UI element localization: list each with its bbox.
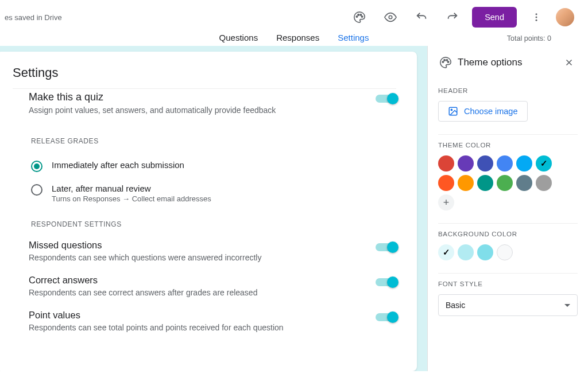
svg-point-0 bbox=[356, 16, 357, 17]
correct-toggle[interactable] bbox=[376, 278, 396, 286]
quiz-title: Make this a quiz bbox=[29, 91, 376, 103]
theme-color-swatch[interactable] bbox=[477, 175, 493, 191]
svg-point-3 bbox=[362, 16, 363, 17]
missed-desc: Respondents can see which questions were… bbox=[29, 253, 376, 262]
svg-point-9 bbox=[444, 60, 445, 61]
theme-color-swatch[interactable] bbox=[536, 155, 552, 172]
svg-point-10 bbox=[446, 60, 447, 61]
bg-color-swatches bbox=[438, 244, 570, 260]
undo-icon bbox=[415, 11, 428, 24]
preview-button[interactable] bbox=[379, 6, 402, 29]
theme-color-swatch[interactable] bbox=[516, 175, 532, 191]
tab-bar: Questions Responses Settings Total point… bbox=[0, 34, 588, 46]
font-value: Basic bbox=[446, 301, 465, 310]
palette-icon bbox=[439, 56, 452, 69]
total-points-label: Total points: 0 bbox=[507, 34, 551, 42]
settings-title: Settings bbox=[13, 65, 396, 89]
bg-color-swatch[interactable] bbox=[438, 244, 454, 260]
choose-image-label: Choose image bbox=[464, 107, 518, 116]
theme-color-swatch[interactable] bbox=[438, 155, 454, 172]
svg-point-5 bbox=[536, 13, 537, 15]
theme-color-label: THEME COLOR bbox=[438, 142, 578, 149]
quiz-desc: Assign point values, set answers, and au… bbox=[29, 106, 376, 115]
eye-icon bbox=[384, 11, 397, 24]
bg-color-label: BACKGROUND COLOR bbox=[438, 231, 578, 237]
radio-icon bbox=[31, 184, 42, 196]
redo-button[interactable] bbox=[441, 6, 464, 29]
svg-point-4 bbox=[389, 15, 392, 19]
theme-title: Theme options bbox=[458, 57, 556, 68]
svg-point-1 bbox=[358, 14, 359, 15]
bg-color-swatch[interactable] bbox=[497, 244, 513, 260]
close-icon bbox=[564, 57, 574, 68]
user-avatar[interactable] bbox=[556, 8, 574, 26]
radio-icon bbox=[31, 161, 42, 172]
missed-toggle[interactable] bbox=[376, 243, 396, 251]
svg-point-6 bbox=[536, 17, 537, 18]
theme-color-swatch[interactable] bbox=[497, 175, 513, 191]
missed-title: Missed questions bbox=[29, 240, 376, 251]
customize-theme-button[interactable] bbox=[348, 6, 371, 29]
points-desc: Respondents can see total points and poi… bbox=[29, 323, 376, 332]
tab-responses[interactable]: Responses bbox=[275, 29, 320, 48]
undo-button[interactable] bbox=[410, 6, 433, 29]
choose-image-button[interactable]: Choose image bbox=[438, 101, 528, 122]
theme-color-swatch[interactable] bbox=[438, 175, 454, 191]
settings-card: Settings Make this a quiz Assign point v… bbox=[0, 52, 417, 371]
theme-color-swatches: + bbox=[438, 155, 570, 211]
redo-icon bbox=[446, 11, 459, 24]
tab-settings[interactable]: Settings bbox=[336, 29, 370, 48]
theme-color-swatch[interactable] bbox=[458, 155, 474, 172]
theme-color-swatch[interactable] bbox=[477, 155, 493, 172]
close-theme-button[interactable] bbox=[562, 55, 577, 70]
font-style-label: FONT STYLE bbox=[438, 280, 578, 287]
save-status-text: es saved in Drive bbox=[5, 13, 62, 22]
font-select[interactable]: Basic bbox=[438, 294, 578, 316]
radio-later[interactable]: Later, after manual review Turns on Resp… bbox=[31, 178, 396, 209]
theme-color-swatch[interactable] bbox=[497, 155, 513, 172]
more-vert-icon bbox=[531, 12, 541, 22]
palette-icon bbox=[353, 11, 366, 24]
radio-immediately[interactable]: Immediately after each submission bbox=[31, 154, 396, 178]
theme-color-swatch[interactable] bbox=[516, 155, 532, 172]
quiz-toggle[interactable] bbox=[376, 95, 396, 103]
svg-point-2 bbox=[360, 14, 361, 15]
image-icon bbox=[448, 106, 458, 116]
bg-color-swatch[interactable] bbox=[458, 244, 474, 260]
release-grades-label: RELEASE GRADES bbox=[13, 126, 396, 154]
respondent-settings-label: RESPONDENT SETTINGS bbox=[13, 209, 396, 237]
chevron-down-icon bbox=[564, 304, 570, 307]
radio-sub-later: Turns on Responses → Collect email addre… bbox=[52, 194, 211, 203]
add-theme-color[interactable]: + bbox=[438, 194, 454, 211]
svg-point-7 bbox=[536, 20, 537, 21]
correct-title: Correct answers bbox=[29, 275, 376, 286]
svg-point-13 bbox=[451, 109, 452, 110]
radio-label-immediately: Immediately after each submission bbox=[52, 160, 184, 170]
bg-color-swatch[interactable] bbox=[477, 244, 493, 260]
svg-point-11 bbox=[447, 61, 448, 63]
theme-panel: Theme options HEADER Choose image THEME … bbox=[427, 46, 588, 371]
send-button[interactable]: Send bbox=[472, 7, 517, 28]
radio-label-later: Later, after manual review bbox=[52, 184, 211, 193]
header-section-label: HEADER bbox=[438, 87, 578, 94]
more-options-button[interactable] bbox=[525, 6, 548, 29]
points-toggle[interactable] bbox=[376, 313, 396, 321]
theme-color-swatch[interactable] bbox=[458, 175, 474, 191]
correct-desc: Respondents can see correct answers afte… bbox=[29, 288, 376, 297]
svg-point-8 bbox=[442, 61, 443, 63]
tab-questions[interactable]: Questions bbox=[218, 29, 260, 48]
points-title: Point values bbox=[29, 310, 376, 321]
theme-color-swatch[interactable] bbox=[536, 175, 552, 191]
